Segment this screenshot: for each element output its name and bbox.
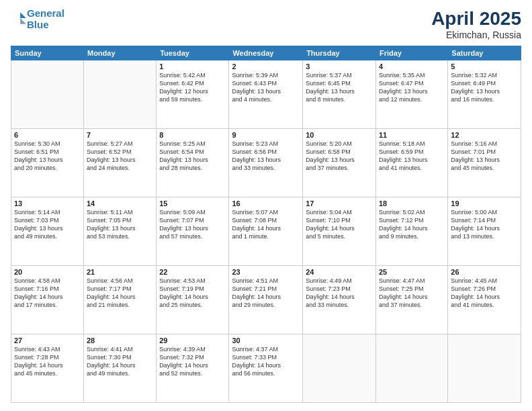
day-number: 9 (232, 131, 300, 139)
day-info: Sunrise: 5:02 AMSunset: 7:12 PMDaylight:… (379, 208, 445, 241)
calendar-cell: 20Sunrise: 4:58 AMSunset: 7:16 PMDayligh… (11, 266, 84, 334)
day-info: Sunrise: 5:09 AMSunset: 7:07 PMDaylight:… (159, 208, 226, 241)
calendar-cell: 16Sunrise: 5:07 AMSunset: 7:08 PMDayligh… (229, 197, 303, 266)
calendar-cell: 14Sunrise: 5:11 AMSunset: 7:05 PMDayligh… (83, 197, 156, 266)
day-info: Sunrise: 4:39 AMSunset: 7:32 PMDaylight:… (159, 345, 226, 378)
day-info: Sunrise: 4:58 AMSunset: 7:16 PMDaylight:… (14, 277, 81, 310)
day-number: 13 (14, 199, 81, 208)
calendar-cell: 25Sunrise: 4:47 AMSunset: 7:25 PMDayligh… (375, 266, 447, 334)
calendar-cell: 23Sunrise: 4:51 AMSunset: 7:21 PMDayligh… (229, 266, 303, 334)
day-number: 15 (159, 199, 226, 208)
calendar-cell (11, 60, 84, 129)
calendar-cell: 9Sunrise: 5:23 AMSunset: 6:56 PMDaylight… (229, 129, 303, 197)
day-number: 12 (451, 131, 518, 139)
day-info: Sunrise: 4:45 AMSunset: 7:26 PMDaylight:… (451, 277, 518, 310)
calendar-cell (375, 334, 447, 403)
day-info: Sunrise: 5:30 AMSunset: 6:51 PMDaylight:… (14, 140, 81, 173)
day-info: Sunrise: 5:14 AMSunset: 7:03 PMDaylight:… (14, 208, 81, 241)
day-number: 29 (159, 336, 226, 345)
day-number: 25 (379, 268, 445, 276)
calendar-cell: 29Sunrise: 4:39 AMSunset: 7:32 PMDayligh… (157, 334, 229, 403)
day-number: 22 (159, 268, 226, 276)
day-number: 14 (87, 199, 153, 208)
calendar-cell: 6Sunrise: 5:30 AMSunset: 6:51 PMDaylight… (11, 129, 84, 197)
calendar-cell: 22Sunrise: 4:53 AMSunset: 7:19 PMDayligh… (157, 266, 229, 334)
weekday-header: Thursday (303, 46, 376, 60)
day-number: 28 (87, 336, 153, 345)
calendar-cell: 17Sunrise: 5:04 AMSunset: 7:10 PMDayligh… (303, 197, 376, 266)
day-info: Sunrise: 4:37 AMSunset: 7:33 PMDaylight:… (232, 345, 300, 378)
day-info: Sunrise: 5:11 AMSunset: 7:05 PMDaylight:… (87, 208, 153, 241)
calendar-cell: 28Sunrise: 4:41 AMSunset: 7:30 PMDayligh… (83, 334, 156, 403)
day-number: 23 (232, 268, 300, 276)
day-number: 2 (232, 62, 300, 71)
calendar-cell (303, 334, 376, 403)
day-number: 19 (451, 199, 518, 208)
svg-marker-0 (20, 12, 26, 18)
location: Ekimchan, Russia (431, 30, 521, 40)
calendar-cell: 7Sunrise: 5:27 AMSunset: 6:52 PMDaylight… (83, 129, 156, 197)
day-info: Sunrise: 5:20 AMSunset: 6:58 PMDaylight:… (306, 140, 373, 173)
day-info: Sunrise: 5:42 AMSunset: 6:42 PMDaylight:… (159, 71, 226, 104)
day-info: Sunrise: 5:39 AMSunset: 6:43 PMDaylight:… (232, 71, 300, 104)
day-info: Sunrise: 4:53 AMSunset: 7:19 PMDaylight:… (159, 277, 226, 310)
day-info: Sunrise: 5:18 AMSunset: 6:59 PMDaylight:… (379, 140, 445, 173)
weekday-header: Friday (375, 46, 447, 60)
calendar-cell: 13Sunrise: 5:14 AMSunset: 7:03 PMDayligh… (11, 197, 84, 266)
day-number: 11 (379, 131, 445, 139)
calendar-cell: 18Sunrise: 5:02 AMSunset: 7:12 PMDayligh… (375, 197, 447, 266)
calendar-table: SundayMondayTuesdayWednesdayThursdayFrid… (11, 46, 521, 403)
logo-text: General Blue (27, 8, 64, 30)
logo: General Blue (11, 8, 64, 30)
day-number: 1 (159, 62, 226, 71)
day-info: Sunrise: 5:32 AMSunset: 6:49 PMDaylight:… (451, 71, 518, 104)
day-number: 27 (14, 336, 81, 345)
calendar-header-row: SundayMondayTuesdayWednesdayThursdayFrid… (11, 46, 521, 60)
day-info: Sunrise: 4:56 AMSunset: 7:17 PMDaylight:… (87, 277, 153, 310)
calendar-cell: 12Sunrise: 5:16 AMSunset: 7:01 PMDayligh… (448, 129, 521, 197)
day-info: Sunrise: 5:07 AMSunset: 7:08 PMDaylight:… (232, 208, 300, 241)
logo-icon (12, 11, 27, 26)
day-number: 18 (379, 199, 445, 208)
day-info: Sunrise: 5:00 AMSunset: 7:14 PMDaylight:… (451, 208, 518, 241)
calendar-cell: 4Sunrise: 5:35 AMSunset: 6:47 PMDaylight… (375, 60, 447, 129)
title-block: April 2025 Ekimchan, Russia (431, 8, 521, 40)
day-info: Sunrise: 5:23 AMSunset: 6:56 PMDaylight:… (232, 140, 300, 173)
calendar-week-row: 13Sunrise: 5:14 AMSunset: 7:03 PMDayligh… (11, 197, 521, 266)
day-number: 17 (306, 199, 373, 208)
calendar-cell: 11Sunrise: 5:18 AMSunset: 6:59 PMDayligh… (375, 129, 447, 197)
calendar-week-row: 27Sunrise: 4:43 AMSunset: 7:28 PMDayligh… (11, 334, 521, 403)
calendar-cell: 26Sunrise: 4:45 AMSunset: 7:26 PMDayligh… (448, 266, 521, 334)
weekday-header: Sunday (11, 46, 84, 60)
day-number: 26 (451, 268, 518, 276)
weekday-header: Wednesday (229, 46, 303, 60)
day-info: Sunrise: 5:16 AMSunset: 7:01 PMDaylight:… (451, 140, 518, 173)
day-number: 30 (232, 336, 300, 345)
header: General Blue April 2025 Ekimchan, Russia (11, 8, 521, 40)
calendar-cell (448, 334, 521, 403)
day-number: 16 (232, 199, 300, 208)
day-info: Sunrise: 5:25 AMSunset: 6:54 PMDaylight:… (159, 140, 226, 173)
day-number: 8 (159, 131, 226, 139)
day-info: Sunrise: 4:49 AMSunset: 7:23 PMDaylight:… (306, 277, 373, 310)
calendar-cell: 27Sunrise: 4:43 AMSunset: 7:28 PMDayligh… (11, 334, 84, 403)
day-number: 6 (14, 131, 81, 139)
weekday-header: Tuesday (157, 46, 229, 60)
day-info: Sunrise: 4:47 AMSunset: 7:25 PMDaylight:… (379, 277, 445, 310)
month-title: April 2025 (431, 8, 521, 30)
calendar-cell: 8Sunrise: 5:25 AMSunset: 6:54 PMDaylight… (157, 129, 229, 197)
weekday-header: Saturday (448, 46, 521, 60)
day-info: Sunrise: 5:27 AMSunset: 6:52 PMDaylight:… (87, 140, 153, 173)
calendar-cell: 5Sunrise: 5:32 AMSunset: 6:49 PMDaylight… (448, 60, 521, 129)
calendar-cell: 1Sunrise: 5:42 AMSunset: 6:42 PMDaylight… (157, 60, 229, 129)
day-number: 7 (87, 131, 153, 139)
calendar-cell: 2Sunrise: 5:39 AMSunset: 6:43 PMDaylight… (229, 60, 303, 129)
day-info: Sunrise: 5:35 AMSunset: 6:47 PMDaylight:… (379, 71, 445, 104)
calendar-week-row: 6Sunrise: 5:30 AMSunset: 6:51 PMDaylight… (11, 129, 521, 197)
calendar-cell: 30Sunrise: 4:37 AMSunset: 7:33 PMDayligh… (229, 334, 303, 403)
calendar-cell: 10Sunrise: 5:20 AMSunset: 6:58 PMDayligh… (303, 129, 376, 197)
day-number: 20 (14, 268, 81, 276)
day-info: Sunrise: 5:04 AMSunset: 7:10 PMDaylight:… (306, 208, 373, 241)
day-info: Sunrise: 4:51 AMSunset: 7:21 PMDaylight:… (232, 277, 300, 310)
calendar-cell (83, 60, 156, 129)
